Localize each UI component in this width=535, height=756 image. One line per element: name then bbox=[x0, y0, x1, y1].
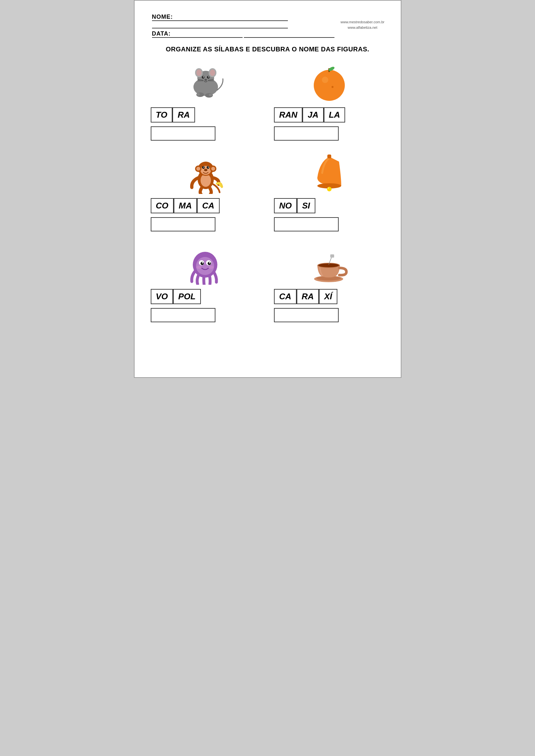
svg-point-17 bbox=[197, 93, 200, 96]
svg-point-19 bbox=[314, 70, 345, 101]
syllables-bell: NO SI bbox=[274, 198, 315, 213]
svg-point-52 bbox=[209, 266, 214, 269]
nome-underline bbox=[152, 21, 288, 28]
answer-teacup[interactable] bbox=[274, 308, 339, 322]
answer-mouse[interactable] bbox=[151, 126, 215, 141]
svg-point-41 bbox=[327, 187, 331, 191]
exercises-grid: TO RA bbox=[151, 60, 384, 322]
syllable-SI: SI bbox=[297, 198, 315, 213]
svg-point-49 bbox=[202, 262, 203, 263]
exercise-octopus: VO POL bbox=[151, 241, 261, 322]
syllable-RA: RA bbox=[296, 289, 319, 304]
syllables-teacup: CA RA XÍ bbox=[274, 289, 337, 304]
syllable-XI: XÍ bbox=[319, 289, 337, 304]
answer-octopus[interactable] bbox=[151, 308, 215, 322]
syllables-orange: RAN JA LA bbox=[274, 107, 345, 122]
syllable-CO: CO bbox=[151, 198, 174, 213]
svg-point-10 bbox=[205, 79, 207, 81]
syllable-NO: NO bbox=[274, 198, 297, 213]
exercise-mouse: TO RA bbox=[151, 60, 261, 141]
answer-monkey[interactable] bbox=[151, 217, 215, 231]
orange-icon bbox=[308, 61, 350, 103]
svg-point-29 bbox=[196, 167, 200, 171]
figure-monkey bbox=[151, 150, 261, 196]
exercise-teacup: CA RA XÍ bbox=[274, 241, 384, 322]
syllables-mouse: TO RA bbox=[151, 107, 195, 122]
svg-rect-40 bbox=[327, 154, 331, 158]
syllables-octopus: VO POL bbox=[151, 289, 201, 304]
figure-orange bbox=[274, 60, 384, 105]
octopus-icon bbox=[185, 243, 227, 285]
data-line: DATA: bbox=[151, 30, 384, 38]
syllable-CA2: CA bbox=[274, 289, 296, 304]
svg-point-20 bbox=[322, 77, 328, 83]
svg-point-38 bbox=[206, 169, 207, 171]
svg-point-9 bbox=[208, 77, 209, 78]
exercise-monkey: CO MA CA bbox=[151, 150, 261, 231]
worksheet-page: NOME: DATA: www.mestredosaber.com.br www… bbox=[134, 0, 401, 378]
syllable-LA: LA bbox=[324, 107, 346, 122]
figure-bell bbox=[274, 150, 384, 196]
svg-point-50 bbox=[209, 262, 210, 263]
svg-point-34 bbox=[204, 167, 205, 168]
exercise-bell: NO SI bbox=[274, 150, 384, 231]
website-info: www.mestredosaber.com.br www.alfabetiza.… bbox=[341, 19, 384, 30]
syllable-RAN: RAN bbox=[274, 107, 302, 122]
answer-bell[interactable] bbox=[274, 217, 339, 231]
svg-point-18 bbox=[209, 94, 212, 96]
syllable-TO: TO bbox=[151, 107, 173, 122]
svg-point-21 bbox=[331, 86, 333, 88]
syllable-VO: VO bbox=[151, 289, 173, 304]
main-title: ORGANIZE AS SÍLABAS E DESCUBRA O NOME DA… bbox=[151, 45, 384, 53]
figure-teacup bbox=[274, 241, 384, 286]
nome-label: NOME: bbox=[152, 14, 288, 21]
svg-point-42 bbox=[328, 187, 329, 189]
website1: www.mestredosaber.com.br bbox=[341, 19, 384, 25]
svg-point-8 bbox=[203, 77, 204, 78]
svg-rect-58 bbox=[330, 255, 334, 257]
figure-octopus bbox=[151, 241, 261, 286]
monkey-icon bbox=[185, 152, 227, 194]
website2: www.alfabetiza.net bbox=[341, 25, 384, 30]
syllable-POL: POL bbox=[173, 289, 201, 304]
syllable-CA: CA bbox=[197, 198, 220, 213]
teacup-icon bbox=[308, 243, 350, 285]
svg-point-35 bbox=[208, 167, 209, 168]
svg-point-5 bbox=[210, 69, 215, 76]
svg-point-51 bbox=[196, 266, 202, 269]
syllables-monkey: CO MA CA bbox=[151, 198, 220, 213]
svg-point-56 bbox=[318, 263, 339, 267]
answer-orange[interactable] bbox=[274, 126, 339, 141]
data-label: DATA: bbox=[152, 30, 242, 38]
data-underline bbox=[244, 30, 334, 38]
svg-point-31 bbox=[211, 167, 215, 171]
figure-mouse bbox=[151, 60, 261, 105]
syllable-RA: RA bbox=[172, 107, 195, 122]
syllable-JA: JA bbox=[302, 107, 324, 122]
exercise-orange: RAN JA LA bbox=[274, 60, 384, 141]
svg-point-3 bbox=[196, 69, 202, 76]
svg-point-37 bbox=[204, 169, 205, 171]
bell-icon bbox=[308, 152, 350, 194]
mouse-icon bbox=[185, 61, 227, 103]
syllable-MA: MA bbox=[174, 198, 197, 213]
